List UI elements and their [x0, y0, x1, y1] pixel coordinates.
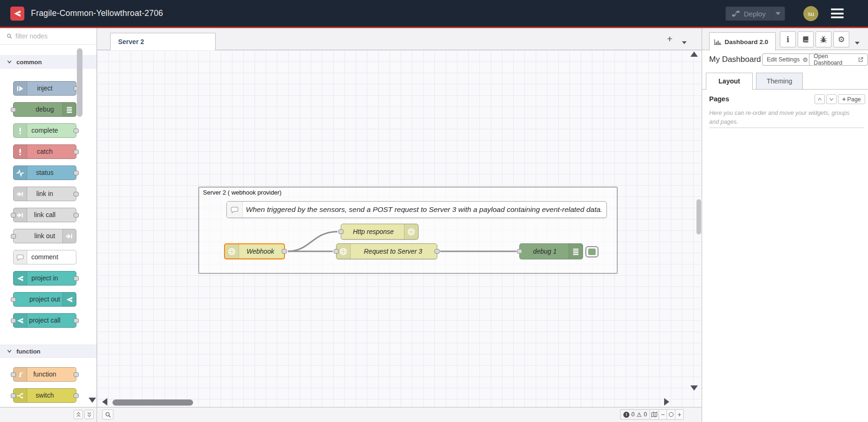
canvas-scroll-left-icon[interactable]: [102, 398, 107, 406]
workspace-tabbar: Server 2 +: [97, 28, 702, 50]
palette-collapse-all-button[interactable]: [74, 410, 83, 419]
search-flows-button[interactable]: [102, 409, 113, 420]
node-port-out[interactable]: [74, 276, 79, 281]
node-port-in[interactable]: [11, 372, 16, 377]
node-webhook[interactable]: Webhook: [224, 243, 285, 259]
palette-node-project-out[interactable]: project out: [13, 292, 76, 307]
palette-node-link-out[interactable]: link out: [13, 229, 76, 243]
palette-node-project-in[interactable]: project in: [13, 271, 76, 286]
node-port-in[interactable]: [11, 297, 16, 302]
open-dashboard-button[interactable]: Open Dashboard: [809, 53, 868, 66]
node-port-out[interactable]: [74, 372, 79, 377]
zoom-in-button[interactable]: +: [675, 409, 684, 420]
pages-section-title: Pages: [709, 95, 729, 103]
palette-node-debug[interactable]: debug: [13, 102, 76, 117]
palette-node-catch[interactable]: catch: [13, 144, 76, 159]
deploy-options-button[interactable]: [771, 7, 785, 20]
palette-node-complete[interactable]: complete: [13, 123, 76, 138]
node-port-in[interactable]: [338, 229, 344, 234]
node-port-out[interactable]: [74, 213, 79, 218]
node-request-to-server-3[interactable]: Request to Server 3: [336, 243, 437, 259]
flow-canvas[interactable]: Server 2 ( webhook provider) When trigge…: [97, 50, 702, 407]
zoom-out-button[interactable]: −: [658, 409, 667, 420]
move-page-up-button[interactable]: [815, 94, 825, 104]
palette-node-project-call[interactable]: project call: [13, 313, 76, 328]
node-port-in[interactable]: [11, 213, 16, 218]
node-port-out[interactable]: [74, 171, 79, 175]
palette-search[interactable]: [0, 28, 97, 45]
sidebar-options-button[interactable]: [855, 38, 860, 46]
node-port-out[interactable]: [74, 150, 79, 154]
palette-node-comment[interactable]: comment: [13, 250, 76, 264]
tab-layout[interactable]: Layout: [706, 73, 753, 90]
deploy-label: Deploy: [744, 10, 766, 18]
node-port-out[interactable]: [434, 249, 440, 254]
status-bar: ! 0 ⚠ 0 − +: [0, 407, 702, 422]
canvas-scroll-right-icon[interactable]: [664, 398, 669, 406]
zoom-reset-button[interactable]: [667, 409, 675, 420]
palette-node-link-in[interactable]: link in: [13, 187, 76, 201]
main-menu-button[interactable]: [831, 8, 844, 21]
node-port-in[interactable]: [11, 234, 16, 239]
tab-config-nodes[interactable]: ⚙: [833, 31, 849, 47]
move-page-down-button[interactable]: [826, 94, 837, 104]
node-palette: commoninjectdebugcompletecatchstatuslink…: [0, 28, 97, 407]
palette-node-function[interactable]: function: [13, 367, 76, 382]
app-logo-icon[interactable]: [10, 7, 24, 21]
palette-search-input[interactable]: [15, 32, 86, 40]
node-port-out[interactable]: [282, 249, 287, 254]
palette-node-status[interactable]: status: [13, 166, 76, 180]
user-avatar[interactable]: su: [803, 6, 818, 21]
flow-list-button[interactable]: [682, 38, 687, 46]
zoom-reset-icon: [669, 412, 673, 417]
add-flow-button[interactable]: +: [663, 32, 676, 45]
palette-category-function[interactable]: function: [0, 345, 97, 358]
node-port-out[interactable]: [74, 393, 79, 398]
canvas-scroll-up-icon[interactable]: [690, 52, 698, 57]
comment-node[interactable]: When triggered by the sensors, send a PO…: [226, 201, 607, 218]
page-title: Fragile-Common-Yellowthroat-2706: [31, 0, 163, 27]
node-port-in[interactable]: [334, 249, 339, 254]
canvas-hscrollbar-thumb[interactable]: [112, 399, 193, 406]
flow-tab-server-2[interactable]: Server 2: [110, 33, 216, 50]
palette-scroll-down-icon[interactable]: [89, 398, 96, 403]
palette-node-inject[interactable]: inject: [13, 81, 76, 96]
palette-node-link-call[interactable]: link call: [13, 208, 76, 222]
debug-enable-toggle[interactable]: [585, 246, 599, 257]
palette-scrollbar-thumb[interactable]: [77, 48, 82, 117]
canvas-vscrollbar-thumb[interactable]: [696, 199, 701, 234]
minimap-toggle-button[interactable]: [650, 409, 659, 420]
pages-help-text: Here you can re-order and move your widg…: [709, 109, 860, 127]
node-port-in[interactable]: [11, 318, 16, 323]
tab-info[interactable]: i: [780, 31, 796, 47]
node-red-app: Fragile-Common-Yellowthroat-2706 Deploy …: [0, 0, 868, 422]
palette-node-switch[interactable]: switch: [13, 388, 76, 403]
node-debug-1[interactable]: debug 1: [519, 243, 583, 259]
bug-icon: [820, 36, 827, 43]
deploy-button[interactable]: Deploy: [726, 7, 785, 21]
tab-help[interactable]: [798, 31, 814, 47]
wire-webhook-http[interactable]: [288, 232, 337, 251]
chevron-up-icon: [817, 98, 822, 101]
node-port-out[interactable]: [74, 318, 79, 323]
linkin-icon: [62, 229, 76, 243]
node-port-in[interactable]: [11, 393, 16, 398]
tab-dashboard-2[interactable]: Dashboard 2.0: [709, 32, 776, 51]
add-page-button[interactable]: + Page: [838, 94, 865, 104]
canvas-scroll-down-icon[interactable]: [690, 385, 698, 391]
notification-counts[interactable]: ! 0 ⚠ 0: [620, 409, 651, 420]
comment-bubble-icon: [227, 202, 243, 218]
tab-theming[interactable]: Theming: [756, 73, 803, 90]
edit-settings-button[interactable]: Edit Settings ⚙: [762, 53, 813, 66]
chevron-down-icon: [682, 41, 687, 44]
node-port-in[interactable]: [517, 249, 522, 254]
node-port-in[interactable]: [11, 107, 16, 112]
right-sidebar: Dashboard 2.0 i ⚙ My Dashboard Edit Sett…: [702, 28, 868, 422]
palette-expand-all-button[interactable]: [84, 410, 94, 419]
tab-debug-messages[interactable]: [816, 31, 831, 47]
node-port-out[interactable]: [74, 128, 79, 133]
info-icon: i: [786, 35, 789, 44]
section-divider: [709, 128, 864, 128]
node-port-out[interactable]: [74, 192, 79, 196]
node-http-response[interactable]: Http response: [341, 224, 419, 240]
